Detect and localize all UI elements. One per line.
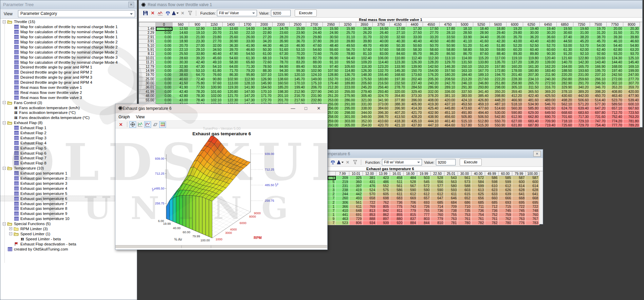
- map-cell[interactable]: 573: [458, 180, 472, 184]
- map-cell[interactable]: 147.30: [239, 98, 256, 102]
- col-header[interactable]: 1700: [239, 22, 256, 27]
- map-cell[interactable]: 105.60: [339, 65, 356, 69]
- map-cell[interactable]: 723.50: [623, 111, 640, 115]
- map-cell[interactable]: 515.30: [473, 123, 490, 127]
- map-cell[interactable]: 29.40: [490, 31, 507, 35]
- map-cell[interactable]: 489.00: [540, 98, 556, 102]
- map-cell[interactable]: 68.10: [256, 56, 273, 60]
- map-cell[interactable]: 777: [417, 213, 431, 217]
- map-cell[interactable]: 58.80: [456, 48, 473, 52]
- map-cell[interactable]: 43.00: [172, 98, 189, 102]
- tree-item[interactable]: Map for calculation of throttle by nomin…: [0, 44, 137, 49]
- map-cell[interactable]: 126.30: [356, 69, 373, 73]
- map-cell[interactable]: 577.30: [590, 102, 607, 106]
- map-cell[interactable]: 128.10: [239, 81, 256, 85]
- map-cell[interactable]: 385.40: [473, 94, 490, 98]
- map-cell[interactable]: 152.70: [323, 77, 339, 81]
- map-cell[interactable]: 175.50: [356, 77, 373, 81]
- map-cell[interactable]: 145.30: [390, 69, 406, 73]
- map-cell[interactable]: 139.90: [406, 65, 423, 69]
- map-cell[interactable]: 862: [376, 213, 390, 217]
- map-cell[interactable]: 430.60: [557, 94, 573, 98]
- map-cell[interactable]: 12.50: [172, 27, 189, 31]
- map-cell[interactable]: 16.50: [373, 27, 389, 31]
- map-cell[interactable]: 605: [376, 192, 390, 196]
- map-cell[interactable]: 231.90: [306, 94, 323, 98]
- map-cell[interactable]: 86.20: [423, 52, 440, 56]
- map-cell[interactable]: 647.20: [590, 106, 607, 111]
- map-cell[interactable]: 155.40: [373, 73, 389, 77]
- map-cell[interactable]: 49.50: [339, 44, 356, 48]
- map-cell[interactable]: 123.30: [390, 60, 406, 64]
- col-header[interactable]: 4550: [423, 22, 440, 27]
- map-cell[interactable]: 423: [376, 176, 390, 180]
- row-header[interactable]: 25.00: [139, 77, 156, 81]
- map-cell[interactable]: 49.70: [356, 44, 373, 48]
- row-header[interactable]: 19.70: [139, 73, 156, 77]
- map-cell[interactable]: 59.80: [490, 48, 507, 52]
- map-cell[interactable]: 599: [472, 184, 485, 188]
- col-header[interactable]: 40.00: [472, 171, 485, 176]
- col-header[interactable]: 13.99: [376, 171, 390, 176]
- map-cell[interactable]: 40.40: [206, 52, 223, 56]
- map-cell[interactable]: 147.00: [239, 90, 256, 94]
- map-cell[interactable]: 72.40: [189, 77, 206, 81]
- map-cell[interactable]: 246.80: [473, 81, 490, 85]
- map-cell[interactable]: 359.40: [507, 90, 523, 94]
- col-header[interactable]: 5000: [456, 22, 473, 27]
- col-header[interactable]: 900: [189, 22, 206, 27]
- map-cell[interactable]: 125.10: [623, 56, 640, 60]
- map-cell[interactable]: 518.10: [507, 102, 523, 106]
- map-cell[interactable]: 153.20: [473, 65, 490, 69]
- map-cell[interactable]: 939: [376, 221, 390, 225]
- map-cell[interactable]: 40.60: [172, 77, 189, 81]
- minimize-icon[interactable]: —: [287, 104, 299, 113]
- map-cell[interactable]: 33.80: [189, 52, 206, 56]
- map-cell[interactable]: 305.40: [356, 94, 373, 98]
- map-cell[interactable]: 31.50: [607, 31, 623, 35]
- save-icon[interactable]: [142, 10, 149, 16]
- map-cell[interactable]: 89.40: [290, 65, 306, 69]
- map-cell[interactable]: 774.20: [607, 119, 623, 123]
- map-cell[interactable]: 29.20: [290, 35, 306, 39]
- map-cell[interactable]: 22.80: [256, 31, 273, 35]
- map-cell[interactable]: 354.00: [356, 123, 373, 127]
- map-cell[interactable]: 298.00: [339, 111, 356, 115]
- map-cell[interactable]: 666: [499, 196, 512, 200]
- map-cell[interactable]: 54.40: [607, 44, 623, 48]
- map-cell[interactable]: 19.20: [507, 27, 523, 31]
- map-cell[interactable]: 112.90: [239, 77, 256, 81]
- map-cell[interactable]: 722: [363, 201, 376, 205]
- map-cell[interactable]: 844: [417, 221, 431, 225]
- map-cell[interactable]: 587: [512, 176, 526, 180]
- map-cell[interactable]: 36.60: [540, 35, 556, 39]
- map-cell[interactable]: 78.70: [273, 60, 289, 64]
- map-cell[interactable]: 120.80: [223, 90, 239, 94]
- map-cell[interactable]: 23.90: [290, 31, 306, 35]
- map-cell[interactable]: 251.80: [490, 81, 507, 85]
- map-cell[interactable]: 657: [417, 196, 431, 200]
- tree-item[interactable]: −Throttle (15): [0, 19, 137, 24]
- map-cell[interactable]: 649.50: [540, 111, 556, 115]
- map-cell[interactable]: 709: [444, 205, 458, 209]
- close-icon[interactable]: ✕: [533, 151, 541, 157]
- map-cell[interactable]: 584: [472, 180, 485, 184]
- map-cell[interactable]: 19.50: [557, 27, 573, 31]
- map-cell[interactable]: 289.10: [440, 85, 456, 89]
- map-cell[interactable]: 242.50: [607, 73, 623, 77]
- map-cell[interactable]: 683: [390, 196, 404, 200]
- map-cell[interactable]: 718.10: [557, 119, 573, 123]
- map-cell[interactable]: 447.10: [423, 123, 440, 127]
- map-cell[interactable]: 17.50: [423, 27, 440, 31]
- map-cell[interactable]: 760: [526, 213, 539, 217]
- map-cell[interactable]: 88.30: [256, 69, 273, 73]
- map-cell[interactable]: 189.80: [339, 81, 356, 85]
- map-cell[interactable]: 752: [485, 213, 499, 217]
- map-cell[interactable]: 23.80: [206, 35, 223, 39]
- map-cell[interactable]: 476: [363, 184, 376, 188]
- map-cell[interactable]: 253.00: [323, 98, 339, 102]
- map-cell[interactable]: 141.90: [239, 85, 256, 89]
- map-cell[interactable]: 571.20: [573, 102, 590, 106]
- map-cell[interactable]: 331.00: [356, 102, 373, 106]
- map-cell[interactable]: 381.10: [440, 94, 456, 98]
